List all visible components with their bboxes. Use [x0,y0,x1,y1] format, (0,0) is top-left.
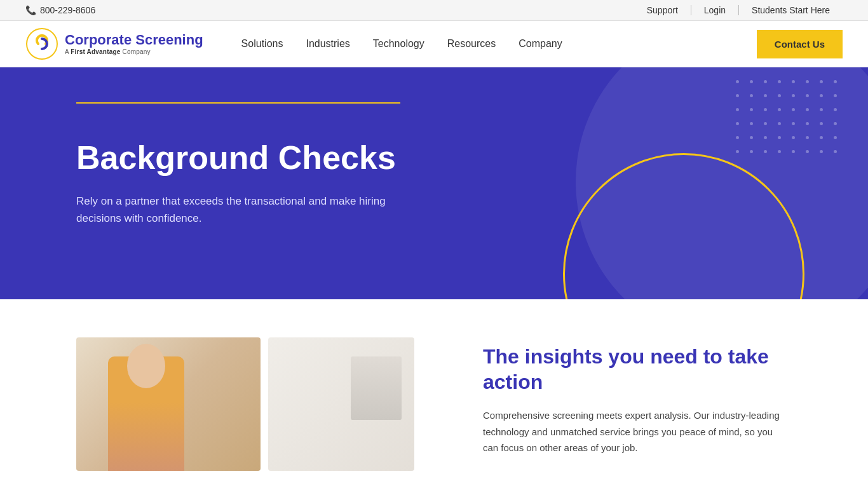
nav-solutions[interactable]: Solutions [241,38,283,50]
hero-dots [736,80,843,159]
svg-point-0 [27,29,57,59]
nav-technology[interactable]: Technology [373,38,424,50]
nav-industries[interactable]: Industries [306,38,349,50]
top-bar: 📞 800-229-8606 Support Login Students St… [0,0,868,21]
hero-subtitle: Rely on a partner that exceeds the trans… [76,193,426,227]
content-title: The insights you need to take action [483,344,788,395]
contact-us-button[interactable]: Contact Us [757,30,843,58]
support-link[interactable]: Support [634,5,691,15]
logo-main-text: Corporate Screening [65,32,203,48]
hero-deco-line [76,102,400,104]
nav-company[interactable]: Company [519,38,562,50]
logo-sub-text: A First Advantage Company [65,48,203,55]
content-images [76,337,432,471]
content-text: The insights you need to take action Com… [483,337,788,456]
logo-icon [25,27,58,60]
login-link[interactable]: Login [691,5,738,15]
nav-resources[interactable]: Resources [447,38,496,50]
content-section: The insights you need to take action Com… [0,299,868,488]
phone-text: 800-229-8606 [40,5,95,15]
students-link[interactable]: Students Start Here [739,5,843,15]
hero-content: Background Checks Rely on a partner that… [76,139,426,227]
logo[interactable]: Corporate Screening A First Advantage Co… [25,27,203,60]
hero-title: Background Checks [76,139,426,177]
content-image-1 [76,337,261,471]
content-image-2 [268,337,414,471]
top-bar-links: Support Login Students Start Here [634,5,843,15]
header: Corporate Screening A First Advantage Co… [0,21,868,67]
hero-section: Background Checks Rely on a partner that… [0,67,868,299]
content-body: Comprehensive screening meets expert ana… [483,407,788,456]
phone-icon: 📞 [25,5,36,15]
main-nav: Solutions Industries Technology Resource… [241,38,757,50]
phone-number[interactable]: 📞 800-229-8606 [25,5,95,15]
logo-text: Corporate Screening A First Advantage Co… [65,32,203,55]
